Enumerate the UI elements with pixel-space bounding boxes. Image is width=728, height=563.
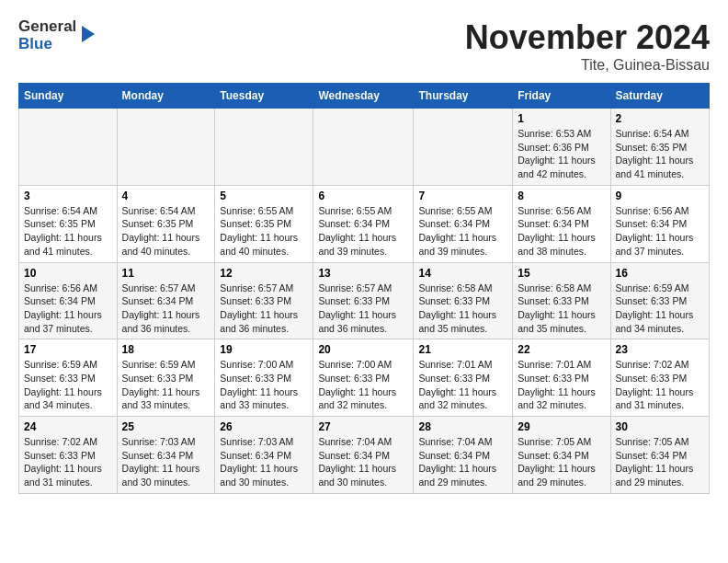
title-block: November 2024 Tite, Guinea-Bissau [465,18,710,74]
calendar-cell: 10Sunrise: 6:56 AM Sunset: 6:34 PM Dayli… [19,262,118,339]
day-detail: Sunrise: 6:58 AM Sunset: 6:33 PM Dayligh… [518,282,605,336]
calendar-cell [19,109,118,186]
day-detail: Sunrise: 7:04 AM Sunset: 6:34 PM Dayligh… [318,435,408,489]
day-detail: Sunrise: 7:02 AM Sunset: 6:33 PM Dayligh… [24,435,112,489]
day-detail: Sunrise: 7:00 AM Sunset: 6:33 PM Dayligh… [220,358,308,412]
calendar-cell: 4Sunrise: 6:54 AM Sunset: 6:35 PM Daylig… [117,185,215,262]
day-detail: Sunrise: 6:53 AM Sunset: 6:36 PM Dayligh… [518,127,605,181]
day-number: 22 [518,343,605,356]
day-detail: Sunrise: 7:00 AM Sunset: 6:33 PM Dayligh… [318,358,408,412]
day-number: 21 [418,343,507,356]
day-number: 30 [616,420,705,433]
logo: General Blue [18,18,95,52]
calendar-cell: 13Sunrise: 6:57 AM Sunset: 6:33 PM Dayli… [313,262,414,339]
day-detail: Sunrise: 6:55 AM Sunset: 6:35 PM Dayligh… [220,204,308,259]
day-detail: Sunrise: 6:57 AM Sunset: 6:33 PM Dayligh… [318,282,408,336]
calendar-cell [313,109,414,186]
day-detail: Sunrise: 7:03 AM Sunset: 6:34 PM Dayligh… [220,435,308,489]
calendar-cell: 6Sunrise: 6:55 AM Sunset: 6:34 PM Daylig… [313,185,414,262]
day-number: 6 [318,190,408,202]
day-number: 1 [518,112,605,125]
calendar-cell: 17Sunrise: 6:59 AM Sunset: 6:33 PM Dayli… [19,339,118,417]
day-number: 13 [318,267,408,280]
day-number: 26 [220,420,308,433]
day-number: 20 [318,343,408,356]
week-row-2: 3Sunrise: 6:54 AM Sunset: 6:35 PM Daylig… [19,185,710,262]
logo-blue: Blue [18,36,76,53]
day-detail: Sunrise: 6:55 AM Sunset: 6:34 PM Dayligh… [418,204,507,259]
calendar-cell: 25Sunrise: 7:03 AM Sunset: 6:34 PM Dayli… [117,417,215,494]
day-number: 9 [616,190,705,202]
day-detail: Sunrise: 6:55 AM Sunset: 6:34 PM Dayligh… [318,204,408,259]
day-number: 18 [122,343,210,356]
calendar-cell [414,109,513,186]
calendar-cell: 21Sunrise: 7:01 AM Sunset: 6:33 PM Dayli… [414,339,513,417]
calendar-cell: 24Sunrise: 7:02 AM Sunset: 6:33 PM Dayli… [19,417,118,494]
day-number: 15 [518,267,605,280]
calendar-cell: 20Sunrise: 7:00 AM Sunset: 6:33 PM Dayli… [313,339,414,417]
day-detail: Sunrise: 7:01 AM Sunset: 6:33 PM Dayligh… [518,358,605,412]
header-monday: Monday [117,84,215,109]
header-tuesday: Tuesday [215,84,313,109]
day-number: 19 [220,343,308,356]
day-number: 11 [122,267,210,280]
calendar-cell: 11Sunrise: 6:57 AM Sunset: 6:34 PM Dayli… [117,262,215,339]
day-number: 5 [220,190,308,202]
day-detail: Sunrise: 7:05 AM Sunset: 6:34 PM Dayligh… [518,435,605,489]
day-detail: Sunrise: 6:56 AM Sunset: 6:34 PM Dayligh… [24,282,112,336]
calendar-cell: 26Sunrise: 7:03 AM Sunset: 6:34 PM Dayli… [215,417,313,494]
week-row-5: 24Sunrise: 7:02 AM Sunset: 6:33 PM Dayli… [19,417,710,494]
day-detail: Sunrise: 7:05 AM Sunset: 6:34 PM Dayligh… [616,435,705,489]
calendar-cell [117,109,215,186]
day-detail: Sunrise: 6:54 AM Sunset: 6:35 PM Dayligh… [122,204,210,259]
calendar-cell: 16Sunrise: 6:59 AM Sunset: 6:33 PM Dayli… [610,262,710,339]
day-number: 25 [122,420,210,433]
day-number: 7 [418,190,507,202]
calendar-cell: 9Sunrise: 6:56 AM Sunset: 6:34 PM Daylig… [610,185,710,262]
calendar-cell: 22Sunrise: 7:01 AM Sunset: 6:33 PM Dayli… [513,339,610,417]
logo-arrow-icon [82,26,95,42]
day-detail: Sunrise: 6:59 AM Sunset: 6:33 PM Dayligh… [122,358,210,412]
header-saturday: Saturday [610,84,710,109]
day-detail: Sunrise: 7:01 AM Sunset: 6:33 PM Dayligh… [418,358,507,412]
calendar-table: SundayMondayTuesdayWednesdayThursdayFrid… [18,83,710,494]
calendar-cell: 12Sunrise: 6:57 AM Sunset: 6:33 PM Dayli… [215,262,313,339]
calendar-header-row: SundayMondayTuesdayWednesdayThursdayFrid… [19,84,710,109]
day-number: 17 [24,343,112,356]
day-detail: Sunrise: 6:57 AM Sunset: 6:34 PM Dayligh… [122,282,210,336]
day-detail: Sunrise: 6:56 AM Sunset: 6:34 PM Dayligh… [518,204,605,259]
header-wednesday: Wednesday [313,84,414,109]
page-subtitle: Tite, Guinea-Bissau [465,57,710,74]
day-detail: Sunrise: 7:02 AM Sunset: 6:33 PM Dayligh… [616,358,705,412]
day-detail: Sunrise: 6:59 AM Sunset: 6:33 PM Dayligh… [24,358,112,412]
calendar-cell: 30Sunrise: 7:05 AM Sunset: 6:34 PM Dayli… [610,417,710,494]
logo-general: General [18,18,76,36]
calendar-cell: 28Sunrise: 7:04 AM Sunset: 6:34 PM Dayli… [414,417,513,494]
week-row-3: 10Sunrise: 6:56 AM Sunset: 6:34 PM Dayli… [19,262,710,339]
day-number: 24 [24,420,112,433]
calendar-cell: 15Sunrise: 6:58 AM Sunset: 6:33 PM Dayli… [513,262,610,339]
calendar-cell [215,109,313,186]
day-number: 23 [616,343,705,356]
day-number: 28 [418,420,507,433]
page-header: General Blue November 2024 Tite, Guinea-… [18,18,710,74]
page-title: November 2024 [465,18,710,57]
day-number: 2 [616,112,705,125]
header-sunday: Sunday [19,84,118,109]
calendar-cell: 1Sunrise: 6:53 AM Sunset: 6:36 PM Daylig… [513,109,610,186]
day-detail: Sunrise: 6:56 AM Sunset: 6:34 PM Dayligh… [616,204,705,259]
day-number: 14 [418,267,507,280]
day-number: 8 [518,190,605,202]
day-detail: Sunrise: 6:58 AM Sunset: 6:33 PM Dayligh… [418,282,507,336]
calendar-cell: 23Sunrise: 7:02 AM Sunset: 6:33 PM Dayli… [610,339,710,417]
day-number: 4 [122,190,210,202]
day-detail: Sunrise: 6:59 AM Sunset: 6:33 PM Dayligh… [616,282,705,336]
header-thursday: Thursday [414,84,513,109]
day-detail: Sunrise: 6:54 AM Sunset: 6:35 PM Dayligh… [616,127,705,181]
day-detail: Sunrise: 6:54 AM Sunset: 6:35 PM Dayligh… [24,204,112,259]
calendar-cell: 19Sunrise: 7:00 AM Sunset: 6:33 PM Dayli… [215,339,313,417]
day-number: 29 [518,420,605,433]
day-detail: Sunrise: 6:57 AM Sunset: 6:33 PM Dayligh… [220,282,308,336]
day-number: 27 [318,420,408,433]
calendar-cell: 7Sunrise: 6:55 AM Sunset: 6:34 PM Daylig… [414,185,513,262]
